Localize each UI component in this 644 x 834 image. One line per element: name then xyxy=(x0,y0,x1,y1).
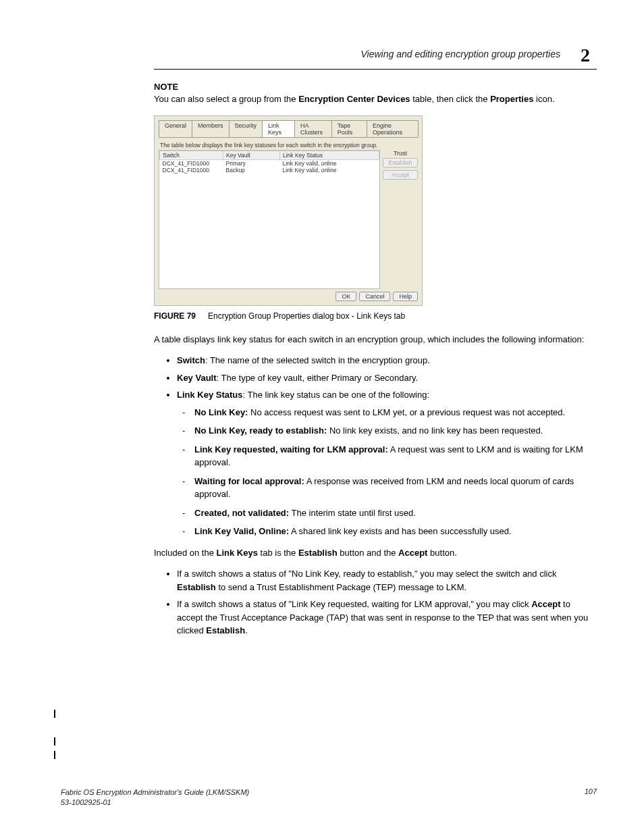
tab-bar: General Members Security Link Keys HA Cl… xyxy=(159,120,418,138)
list-item: If a switch shows a status of "Link Key … xyxy=(177,598,597,637)
tab-security[interactable]: Security xyxy=(229,120,263,137)
footer-docnum: 53-1002925-01 xyxy=(61,798,111,806)
list-item: Link Key Valid, Online: A shared link ke… xyxy=(194,525,597,538)
list-item: Key Vault: The type of key vault, either… xyxy=(177,371,597,385)
figure-caption: FIGURE 79Encryption Group Properties dia… xyxy=(154,311,597,321)
cancel-button[interactable]: Cancel xyxy=(359,292,390,301)
tab-members[interactable]: Members xyxy=(192,120,230,137)
list-item: Waiting for local approval: A response w… xyxy=(194,475,597,501)
list-item: Link Key Status: The link key status can… xyxy=(177,388,597,538)
help-button[interactable]: Help xyxy=(393,292,418,301)
chapter-number: 2 xyxy=(581,45,590,66)
page-header: Viewing and editing encryption group pro… xyxy=(61,41,597,62)
note-label: NOTE xyxy=(154,82,597,92)
trust-label: Trust xyxy=(383,150,418,157)
tab-tape-pools[interactable]: Tape Pools xyxy=(331,120,367,137)
tab-link-keys[interactable]: Link Keys xyxy=(262,120,295,137)
accept-button[interactable]: Accept xyxy=(383,170,418,180)
paragraph: Included on the Link Keys tab is the Est… xyxy=(154,546,597,560)
tab-engine-operations[interactable]: Engine Operations xyxy=(367,120,419,137)
table-row[interactable]: DCX_41_FID1000 Primary Link Key valid, o… xyxy=(160,159,379,167)
footer-title: Fabric OS Encryption Administrator's Gui… xyxy=(61,788,249,796)
list-item: Switch: The name of the selected switch … xyxy=(177,354,597,367)
col-key-vault[interactable]: Key Vault xyxy=(223,151,280,159)
tab-general[interactable]: General xyxy=(159,120,192,137)
page-footer: Fabric OS Encryption Administrator's Gui… xyxy=(61,787,597,807)
paragraph: A table displays link key status for eac… xyxy=(154,333,597,346)
ok-button[interactable]: OK xyxy=(336,292,356,301)
note-text: You can also select a group from the Enc… xyxy=(154,93,597,106)
link-keys-table[interactable]: Switch Key Vault Link Key Status DCX_41_… xyxy=(159,150,380,289)
table-description: The table below displays the link key st… xyxy=(159,140,418,150)
list-item: Link Key requested, waiting for LKM appr… xyxy=(194,443,597,469)
list-item: Created, not validated: The interim stat… xyxy=(194,506,597,520)
bullet-list: If a switch shows a status of "No Link K… xyxy=(154,567,597,637)
section-title: Viewing and editing encryption group pro… xyxy=(361,49,561,59)
col-switch[interactable]: Switch xyxy=(160,151,223,159)
dialog-screenshot: General Members Security Link Keys HA Cl… xyxy=(154,115,423,306)
bullet-list: Switch: The name of the selected switch … xyxy=(154,354,597,538)
tab-ha-clusters[interactable]: HA Clusters xyxy=(294,120,332,137)
list-item: If a switch shows a status of "No Link K… xyxy=(177,567,597,594)
establish-button[interactable]: Establish xyxy=(383,158,418,167)
list-item: No Link Key, ready to establish: No link… xyxy=(194,424,597,438)
col-link-key-status[interactable]: Link Key Status xyxy=(280,151,379,159)
list-item: No Link Key: No access request was sent … xyxy=(194,406,597,419)
page-number: 107 xyxy=(585,787,597,807)
table-row[interactable]: DCX_41_FID1000 Backup Link Key valid, on… xyxy=(160,167,379,174)
